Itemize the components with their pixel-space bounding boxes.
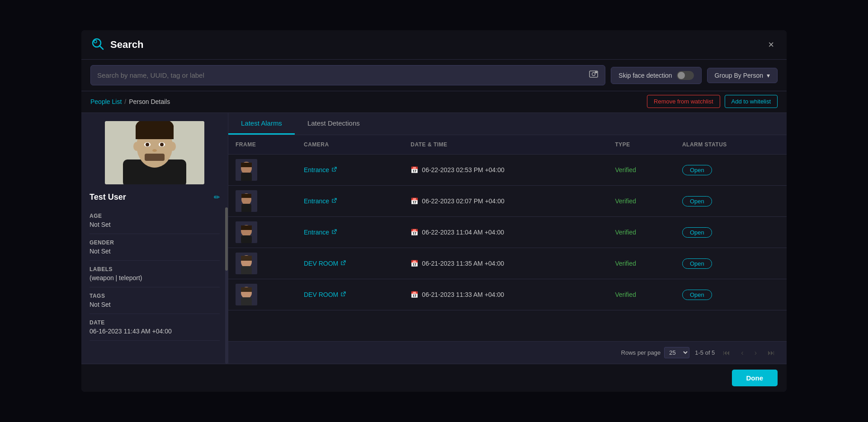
last-page-button[interactable]: ⏭ xyxy=(765,348,778,358)
next-page-button[interactable]: › xyxy=(752,348,760,358)
labels-value: (weapon | teleport) xyxy=(90,274,220,281)
svg-point-17 xyxy=(152,149,157,152)
svg-point-2 xyxy=(94,40,97,43)
person-gender-item: GENDER Not Set xyxy=(90,234,220,261)
breadcrumb-people-list[interactable]: People List xyxy=(90,98,122,105)
table-row[interactable]: Entrance📅06-22-2023 11:04 AM +04:00Verif… xyxy=(228,217,787,248)
alarm-status-badge[interactable]: Open xyxy=(682,290,712,300)
page-info: 1-5 of 5 xyxy=(695,349,715,356)
calendar-icon: 📅 xyxy=(410,260,418,267)
frame-thumbnail[interactable] xyxy=(236,284,257,305)
cell-alarm-status: Open xyxy=(675,217,787,248)
breadcrumb-current-page: Person Details xyxy=(129,98,170,105)
table-row[interactable]: Entrance📅06-22-2023 02:53 PM +04:00Verif… xyxy=(228,155,787,186)
tab-latest-alarms[interactable]: Latest Alarms xyxy=(228,113,295,135)
table-row[interactable]: DEV ROOM📅06-21-2023 11:35 AM +04:00Verif… xyxy=(228,248,787,279)
table-row[interactable]: Entrance📅06-22-2023 02:07 PM +04:00Verif… xyxy=(228,186,787,217)
col-frame: FRAME xyxy=(228,135,297,155)
frame-thumbnail[interactable] xyxy=(236,190,257,212)
prev-page-button[interactable]: ‹ xyxy=(738,348,746,358)
modal-title: Search xyxy=(110,39,143,51)
alarm-status-badge[interactable]: Open xyxy=(682,196,712,206)
datetime-value: 06-22-2023 11:04 AM +04:00 xyxy=(422,229,504,236)
scroll-indicator xyxy=(225,207,228,364)
svg-rect-24 xyxy=(241,163,252,167)
camera-link[interactable]: Entrance xyxy=(304,197,396,205)
alarm-status-badge[interactable]: Open xyxy=(682,258,712,269)
cell-alarm-status: Open xyxy=(675,279,787,310)
type-value: Verified xyxy=(615,166,636,173)
breadcrumb: People List / Person Details xyxy=(90,98,170,105)
alarm-status-badge[interactable]: Open xyxy=(682,227,712,238)
external-link-icon xyxy=(340,291,346,298)
search-input[interactable] xyxy=(97,71,584,79)
group-by-button[interactable]: Group By Person ▾ xyxy=(707,68,778,83)
cell-alarm-status: Open xyxy=(675,248,787,279)
alarm-status-badge[interactable]: Open xyxy=(682,165,712,175)
calendar-icon: 📅 xyxy=(410,197,418,205)
search-modal: Search × Skip face detection xyxy=(81,30,787,392)
svg-rect-40 xyxy=(241,287,252,292)
frame-thumbnail[interactable] xyxy=(236,159,257,181)
calendar-icon: 📅 xyxy=(410,291,418,298)
gender-label: GENDER xyxy=(90,239,220,246)
col-camera: CAMERA xyxy=(297,135,403,155)
remove-from-watchlist-button[interactable]: Remove from watchlist xyxy=(647,95,720,108)
tags-label: TAGS xyxy=(90,293,220,299)
svg-rect-36 xyxy=(241,256,252,261)
cell-datetime: 📅06-22-2023 11:04 AM +04:00 xyxy=(403,217,608,248)
first-page-button[interactable]: ⏮ xyxy=(720,348,733,358)
pagination-row: Rows per page 25 50 100 1-5 of 5 ⏮ ‹ › ⏭ xyxy=(228,341,787,364)
svg-rect-23 xyxy=(241,173,252,181)
rows-per-page-label: Rows per page xyxy=(621,349,660,356)
date-label: DATE xyxy=(90,319,220,326)
group-by-label: Group By Person xyxy=(715,72,763,79)
cell-type: Verified xyxy=(608,248,675,279)
cell-alarm-status: Open xyxy=(675,186,787,217)
camera-link[interactable]: Entrance xyxy=(304,229,396,236)
skip-face-detection-label: Skip face detection xyxy=(618,72,672,79)
right-panel: Latest Alarms Latest Detections FRAME CA… xyxy=(228,113,787,364)
tabs-row: Latest Alarms Latest Detections xyxy=(228,113,787,135)
cell-frame xyxy=(228,217,297,248)
cell-datetime: 📅06-21-2023 11:35 AM +04:00 xyxy=(403,248,608,279)
cell-frame xyxy=(228,155,297,186)
frame-thumbnail[interactable] xyxy=(236,253,257,274)
add-to-whitelist-button[interactable]: Add to whitelist xyxy=(725,95,778,108)
frame-thumbnail[interactable] xyxy=(236,221,257,243)
breadcrumb-actions: Remove from watchlist Add to whitelist xyxy=(647,95,778,108)
rows-per-page-select[interactable]: 25 50 100 xyxy=(664,347,689,358)
cell-alarm-status: Open xyxy=(675,155,787,186)
svg-rect-5 xyxy=(595,71,597,73)
alarms-table: FRAME CAMERA DATE & TIME TYPE ALARM STAT… xyxy=(228,135,787,310)
search-logo-icon xyxy=(90,37,105,53)
tab-latest-detections[interactable]: Latest Detections xyxy=(295,113,373,135)
cell-datetime: 📅06-21-2023 11:33 AM +04:00 xyxy=(403,279,608,310)
svg-rect-12 xyxy=(136,126,174,139)
table-row[interactable]: DEV ROOM📅06-21-2023 11:33 AM +04:00Verif… xyxy=(228,279,787,310)
edit-person-icon[interactable]: ✏ xyxy=(214,193,220,202)
datetime-value: 06-22-2023 02:07 PM +04:00 xyxy=(422,197,505,205)
svg-point-4 xyxy=(592,73,595,76)
person-details: AGE Not Set GENDER Not Set LABELS (weapo… xyxy=(81,207,228,364)
skip-face-detection-toggle[interactable] xyxy=(677,71,694,80)
cell-datetime: 📅06-22-2023 02:07 PM +04:00 xyxy=(403,186,608,217)
cell-camera: Entrance xyxy=(297,217,403,248)
svg-point-20 xyxy=(170,142,176,151)
person-labels-item: LABELS (weapon | teleport) xyxy=(90,261,220,287)
modal-header: Search × xyxy=(81,30,787,60)
age-label: AGE xyxy=(90,213,220,219)
col-alarm-status: ALARM STATUS xyxy=(675,135,787,155)
gender-value: Not Set xyxy=(90,248,220,255)
cell-camera: Entrance xyxy=(297,186,403,217)
camera-link[interactable]: Entrance xyxy=(304,166,396,173)
done-button[interactable]: Done xyxy=(732,370,778,386)
camera-link[interactable]: DEV ROOM xyxy=(304,291,396,298)
external-link-icon xyxy=(331,229,337,236)
close-button[interactable]: × xyxy=(764,37,778,52)
image-search-button[interactable] xyxy=(589,69,599,81)
search-row: Skip face detection Group By Person ▾ xyxy=(81,60,787,91)
cell-type: Verified xyxy=(608,279,675,310)
camera-link[interactable]: DEV ROOM xyxy=(304,260,396,267)
external-link-icon xyxy=(340,260,346,267)
